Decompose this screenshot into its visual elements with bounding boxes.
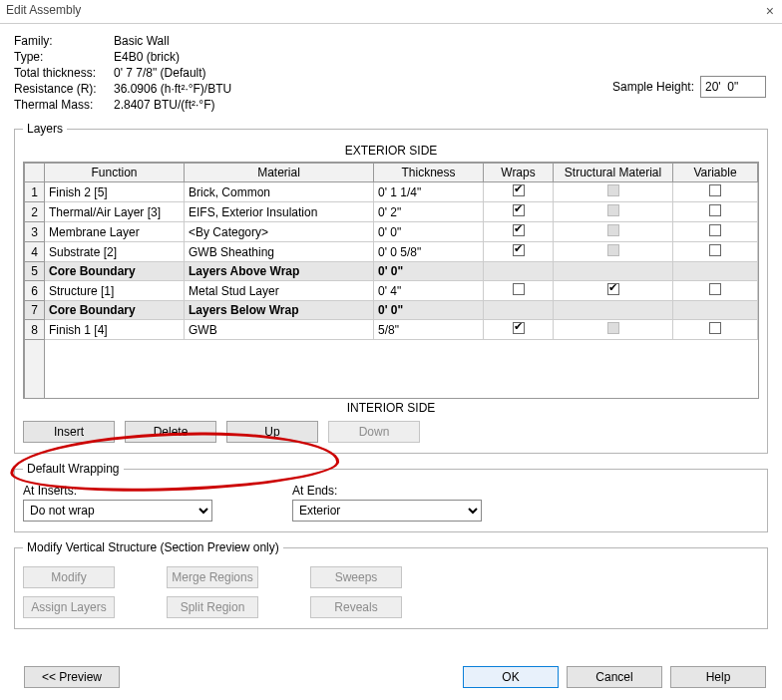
- layers-table-wrap: Function Material Thickness Wraps Struct…: [23, 162, 759, 399]
- table-row[interactable]: 2Thermal/Air Layer [3]EIFS, Exterior Ins…: [25, 202, 758, 222]
- sample-height-input[interactable]: [700, 76, 766, 98]
- checkbox[interactable]: [513, 244, 525, 256]
- checkbox[interactable]: [513, 224, 525, 236]
- table-row[interactable]: 1Finish 2 [5]Brick, Common0' 1 1/4": [25, 182, 758, 202]
- header-function: Function: [45, 164, 185, 182]
- at-inserts-select[interactable]: Do not wrap: [23, 500, 212, 522]
- close-icon[interactable]: ×: [766, 3, 774, 19]
- sample-height-label: Sample Height:: [612, 80, 694, 94]
- table-row[interactable]: 5Core BoundaryLayers Above Wrap0' 0": [25, 262, 758, 281]
- header-wraps: Wraps: [484, 164, 554, 182]
- checkbox[interactable]: [709, 204, 721, 216]
- cancel-button[interactable]: Cancel: [567, 666, 662, 688]
- checkbox[interactable]: [513, 204, 525, 216]
- at-ends-label: At Ends:: [292, 484, 482, 498]
- exterior-side-label: EXTERIOR SIDE: [23, 144, 759, 158]
- checkbox[interactable]: [513, 184, 525, 196]
- layers-group: Layers EXTERIOR SIDE Function Material T…: [14, 122, 768, 454]
- checkbox[interactable]: [513, 283, 525, 295]
- ok-button[interactable]: OK: [463, 666, 559, 688]
- default-wrapping-group: Default Wrapping At Inserts: Do not wrap…: [14, 462, 768, 532]
- table-row[interactable]: 3Membrane Layer<By Category>0' 0": [25, 222, 758, 242]
- checkbox[interactable]: [709, 184, 721, 196]
- dialog-footer: << Preview OK Cancel Help: [0, 666, 782, 688]
- type-label: Type:: [14, 50, 114, 64]
- reveals-button: Reveals: [310, 596, 402, 618]
- assembly-meta: Family:Basic Wall Type:E4B0 (brick) Tota…: [0, 24, 782, 118]
- mass-value: 2.8407 BTU/(ft²·°F): [114, 98, 215, 114]
- checkbox[interactable]: [709, 224, 721, 236]
- interior-side-label: INTERIOR SIDE: [23, 401, 759, 415]
- preview-button[interactable]: << Preview: [24, 666, 120, 688]
- assign-layers-button: Assign Layers: [23, 596, 115, 618]
- delete-button[interactable]: Delete: [125, 421, 216, 443]
- help-button[interactable]: Help: [670, 666, 766, 688]
- up-button[interactable]: Up: [226, 421, 318, 443]
- sample-height-group: Sample Height:: [612, 76, 766, 98]
- checkbox[interactable]: [607, 283, 619, 295]
- split-region-button: Split Region: [167, 596, 258, 618]
- table-row[interactable]: 4Substrate [2]GWB Sheathing0' 0 5/8": [25, 242, 758, 262]
- mass-label: Thermal Mass:: [14, 98, 114, 112]
- insert-button[interactable]: Insert: [23, 421, 115, 443]
- type-value: E4B0 (brick): [114, 50, 180, 66]
- header-blank: [25, 164, 45, 182]
- thickness-label: Total thickness:: [14, 66, 114, 80]
- thickness-value: 0' 7 7/8" (Default): [114, 66, 206, 82]
- header-thickness: Thickness: [374, 164, 484, 182]
- dialog-titlebar: Edit Assembly ×: [0, 0, 782, 24]
- resistance-label: Resistance (R):: [14, 82, 114, 96]
- family-value: Basic Wall: [114, 34, 170, 50]
- family-label: Family:: [14, 34, 114, 48]
- modify-legend: Modify Vertical Structure (Section Previ…: [23, 540, 283, 554]
- checkbox[interactable]: [709, 322, 721, 334]
- header-material: Material: [185, 164, 374, 182]
- table-row[interactable]: 7Core BoundaryLayers Below Wrap0' 0": [25, 301, 758, 320]
- checkbox[interactable]: [607, 184, 619, 196]
- layers-table[interactable]: Function Material Thickness Wraps Struct…: [24, 163, 758, 399]
- checkbox[interactable]: [607, 204, 619, 216]
- table-row[interactable]: 6Structure [1]Metal Stud Layer0' 4": [25, 281, 758, 301]
- merge-regions-button: Merge Regions: [167, 566, 258, 588]
- table-row[interactable]: 8Finish 1 [4]GWB5/8": [25, 320, 758, 340]
- sweeps-button: Sweeps: [310, 566, 402, 588]
- layers-button-row: Insert Delete Up Down: [23, 421, 759, 443]
- dialog-title: Edit Assembly: [6, 3, 81, 17]
- header-structural: Structural Material: [554, 164, 673, 182]
- modify-structure-group: Modify Vertical Structure (Section Previ…: [14, 540, 768, 629]
- at-ends-select[interactable]: Exterior: [292, 500, 482, 522]
- down-button: Down: [328, 421, 420, 443]
- checkbox[interactable]: [513, 322, 525, 334]
- resistance-value: 36.0906 (h·ft²·°F)/BTU: [114, 82, 231, 98]
- checkbox[interactable]: [709, 283, 721, 295]
- checkbox[interactable]: [709, 244, 721, 256]
- header-variable: Variable: [673, 164, 758, 182]
- table-header-row: Function Material Thickness Wraps Struct…: [25, 164, 758, 182]
- checkbox[interactable]: [607, 224, 619, 236]
- checkbox[interactable]: [607, 244, 619, 256]
- layers-legend: Layers: [23, 122, 67, 136]
- modify-button: Modify: [23, 566, 115, 588]
- wrapping-legend: Default Wrapping: [23, 462, 124, 476]
- checkbox[interactable]: [607, 322, 619, 334]
- at-inserts-label: At Inserts:: [23, 484, 212, 498]
